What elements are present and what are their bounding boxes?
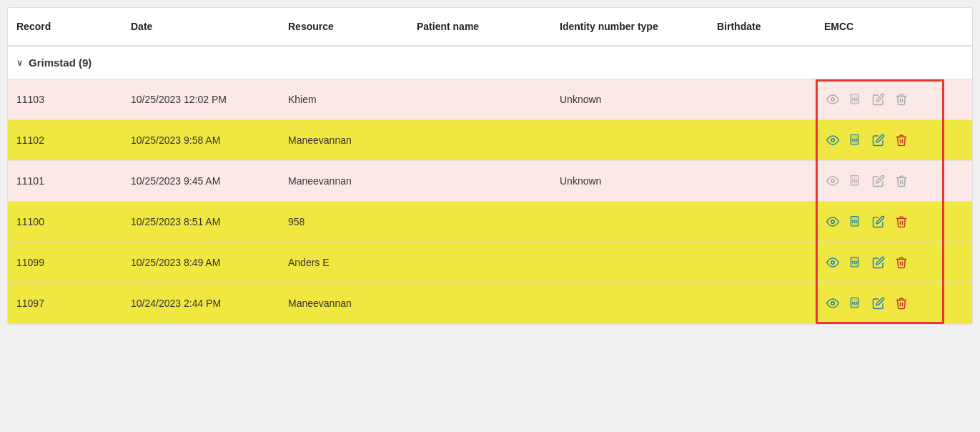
cell-birthdate [708, 170, 816, 192]
cell-date: 10/25/2023 8:51 AM [122, 205, 279, 239]
cell-identity-number-type [551, 129, 708, 152]
edit-icon[interactable] [870, 254, 887, 271]
cell-record: 11100 [8, 205, 122, 239]
cell-identity-number-type: Unknown [551, 82, 708, 117]
cell-patient-name [408, 292, 551, 315]
cell-birthdate [708, 88, 816, 111]
table-row-11103: 11103 10/25/2023 12:02 PM Khiem Unknown … [8, 79, 972, 120]
cell-record: 11097 [8, 286, 122, 320]
view-icon[interactable] [824, 132, 841, 149]
pdf-icon[interactable]: PDF [847, 295, 864, 312]
col-date: Date [122, 8, 279, 45]
cell-patient-name [408, 210, 551, 233]
delete-icon[interactable] [893, 91, 910, 108]
svg-point-8 [831, 180, 835, 183]
svg-text:PDF: PDF [852, 220, 858, 224]
table-row-11100: 11100 10/25/2023 8:51 AM 958 PDF [8, 202, 972, 242]
svg-point-12 [831, 220, 835, 224]
cell-record: 11102 [8, 123, 122, 157]
view-icon[interactable] [824, 254, 841, 271]
pdf-icon[interactable]: PDF [847, 172, 864, 190]
rows-container: 11103 10/25/2023 12:02 PM Khiem Unknown … [8, 79, 972, 324]
group-label[interactable]: ∨ Grimstad (9) [8, 57, 944, 69]
delete-icon[interactable] [893, 172, 910, 190]
svg-point-16 [831, 261, 835, 265]
chevron-down-icon[interactable]: ∨ [16, 58, 23, 68]
table-row-11102: 11102 10/25/2023 9:58 AM Maneevannan PDF [8, 120, 972, 161]
edit-icon[interactable] [870, 132, 887, 149]
cell-date: 10/25/2023 8:49 AM [122, 245, 279, 280]
svg-point-20 [831, 302, 835, 305]
cell-identity-number-type: Unknown [551, 164, 708, 198]
edit-icon[interactable] [870, 213, 887, 230]
cell-actions: PDF [816, 161, 944, 201]
cell-patient-name [408, 251, 551, 274]
cell-identity-number-type [551, 251, 708, 274]
cell-birthdate [708, 292, 816, 315]
table-header: Record Date Resource Patient name Identi… [8, 8, 972, 46]
cell-record: 11103 [8, 82, 122, 117]
svg-point-4 [831, 139, 835, 142]
cell-date: 10/25/2023 12:02 PM [122, 82, 279, 117]
view-icon[interactable] [824, 213, 841, 230]
cell-resource: Maneevannan [279, 123, 408, 157]
table-row-11097: 11097 10/24/2023 2:44 PM Maneevannan PDF [8, 283, 972, 324]
cell-actions: PDF [816, 120, 944, 160]
cell-actions: PDF [816, 202, 944, 242]
cell-patient-name [408, 170, 551, 192]
svg-text:PDF: PDF [852, 302, 858, 305]
cell-actions: PDF [816, 79, 944, 119]
cell-record: 11099 [8, 245, 122, 280]
group-row-grimstad[interactable]: ∨ Grimstad (9) [8, 46, 972, 79]
col-emcc: EMCC [816, 8, 944, 45]
cell-patient-name [408, 129, 551, 152]
cell-date: 10/25/2023 9:58 AM [122, 123, 279, 157]
cell-identity-number-type [551, 210, 708, 233]
cell-actions: PDF [816, 283, 944, 323]
delete-icon[interactable] [893, 213, 910, 230]
edit-icon[interactable] [870, 91, 887, 108]
col-patient-name: Patient name [408, 8, 551, 45]
col-birthdate: Birthdate [708, 8, 816, 45]
svg-text:PDF: PDF [852, 180, 858, 183]
col-resource: Resource [279, 8, 408, 45]
svg-text:PDF: PDF [852, 139, 858, 142]
cell-resource: Maneevannan [279, 286, 408, 320]
cell-date: 10/24/2023 2:44 PM [122, 286, 279, 320]
edit-icon[interactable] [870, 295, 887, 312]
table-row-11099: 11099 10/25/2023 8:49 AM Anders E PDF [8, 242, 972, 283]
cell-birthdate [708, 251, 816, 274]
cell-date: 10/25/2023 9:45 AM [122, 164, 279, 198]
svg-text:PDF: PDF [852, 98, 858, 102]
cell-resource: Maneevannan [279, 164, 408, 198]
cell-birthdate [708, 129, 816, 152]
cell-actions: PDF [816, 242, 944, 283]
pdf-icon[interactable]: PDF [847, 254, 864, 271]
cell-resource: Khiem [279, 82, 408, 117]
group-title: Grimstad (9) [29, 57, 91, 69]
cell-identity-number-type [551, 292, 708, 315]
view-icon[interactable] [824, 172, 841, 190]
cell-birthdate [708, 210, 816, 233]
delete-icon[interactable] [893, 132, 910, 149]
edit-icon[interactable] [870, 172, 887, 190]
delete-icon[interactable] [893, 254, 910, 271]
pdf-icon[interactable]: PDF [847, 213, 864, 230]
svg-point-0 [831, 98, 835, 102]
svg-text:PDF: PDF [852, 261, 858, 265]
cell-resource: Anders E [279, 245, 408, 280]
pdf-icon[interactable]: PDF [847, 91, 864, 108]
col-identity-number-type: Identity number type [551, 8, 708, 45]
table-row-11101: 11101 10/25/2023 9:45 AM Maneevannan Unk… [8, 161, 972, 202]
view-icon[interactable] [824, 295, 841, 312]
cell-resource: 958 [279, 205, 408, 239]
pdf-icon[interactable]: PDF [847, 132, 864, 149]
delete-icon[interactable] [893, 295, 910, 312]
view-icon[interactable] [824, 91, 841, 108]
col-record: Record [8, 8, 122, 45]
records-table: Record Date Resource Patient name Identi… [7, 7, 973, 325]
cell-patient-name [408, 88, 551, 111]
cell-record: 11101 [8, 164, 122, 198]
